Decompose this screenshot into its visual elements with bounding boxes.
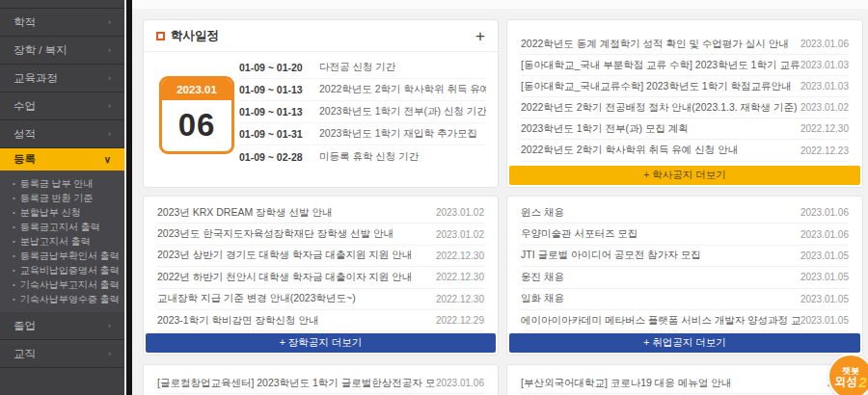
event-period: 01-09 ~ 01-31 [239,128,319,140]
academic-calendar-panel: 학사일정 + 2023.01 06 01-09 ~ 01-20 다전공 신청 기… [143,19,499,188]
submenu-item-label: 등록금고지서 출력 [20,221,100,234]
notice-date: 2023.01.06 [436,378,484,388]
sidebar-submenu-item[interactable]: • 등록금 납부 안내 [0,176,124,191]
notice-row[interactable]: 우양미술관 서포터즈 모집 2023.01.06 [521,224,849,245]
submenu-item-label: 등록금납부확인서 출력 [20,250,120,263]
notice-row[interactable]: 일화 채용 2023.01.05 [521,289,849,310]
notice-row[interactable]: 2023년도 한국지도자육성장학재단 장학생 선발 안내 2023.01.02 [157,224,484,245]
calendar-event-row[interactable]: 01-09 ~ 01-13 2023학년도 1학기 전부(과) 신청 기간 [239,101,486,123]
sidebar-item[interactable]: 성적 › [0,120,124,148]
notice-row[interactable]: 2022학년도 2학기 학사학위 취득 유예 신청 안내 2022.12.23 [521,140,849,161]
bullet-icon: • [13,252,15,260]
sidebar-item[interactable]: 수업 › [0,92,124,120]
event-period: 01-09 ~ 01-13 [239,106,319,118]
notice-row[interactable]: 2022학년도 동계 계절학기 성적 확인 및 수업평가 실시 안내 2023.… [521,34,849,55]
notice-row[interactable]: 윈스 채용 2023.01.06 [521,202,849,224]
notice-title: 2023년도 한국지도자육성장학재단 장학생 선발 안내 [157,227,403,241]
notice-row[interactable]: 2022학년도 2학기 전공배정 절차 안내(2023.1.3. 재학생 기준)… [521,97,849,118]
bullet-icon: • [13,209,15,217]
notice-date: 2023.01.03 [800,60,849,70]
sidebar-submenu-item[interactable]: • 분할납부 신청 [0,205,124,220]
notice-row[interactable]: 교내장학 지급 기준 변경 안내(2023학년도~) 2022.12.30 [157,289,484,310]
bullet-icon: • [13,281,15,289]
more-job-notices-button[interactable]: + 취업공지 더보기 [509,333,860,353]
sidebar-item[interactable]: 졸업 › [0,312,124,340]
notice-row[interactable]: [동아대학교_국내 부분학점 교류 수학] 2023학년도 1학기 교류 안내 … [521,55,849,76]
university-notices-panel: [부산외국어대학교] 코로나19 대응 메뉴얼 안내 2022 [506,364,863,395]
notice-date: 2023.01.02 [436,229,484,240]
event-period: 01-09 ~ 01-13 [239,84,319,95]
bullet-icon: • [13,195,15,202]
bullet-icon: • [13,296,15,303]
sidebar-submenu-item[interactable]: • 등록금 반환 기준 [0,191,124,205]
notice-date: 2023.01.05 [800,315,849,326]
chatbot-button[interactable]: 챗봇 외성 2 [827,354,868,395]
notice-list: [부산외국어대학교] 코로나19 대응 메뉴얼 안내 2022 [507,365,862,394]
chatbot-name: 외성 [834,376,857,388]
calendar-event-row[interactable]: 01-09 ~ 01-20 다전공 신청 기간 [239,57,486,79]
sidebar-item[interactable]: 교직 › [0,340,124,368]
chevron-icon: › [108,45,111,55]
notice-row[interactable]: 2023년 KRX DREAM 장학생 선발 안내 2023.01.02 [157,202,484,224]
job-notices-panel: 윈스 채용 2023.01.06 우양미술관 서포터즈 모집 2023.01.0… [506,196,863,356]
more-scholarship-notices-button[interactable]: + 장학공지 더보기 [146,333,496,353]
panel-title: 학사일정 [156,28,219,44]
notice-date: 2023.01.05 [800,272,849,282]
calendar-event-row[interactable]: 01-09 ~ 01-31 2023학년도 1학기 재입학 추가모집 [239,123,486,145]
notice-title: [부산외국어대학교] 코로나19 대응 메뉴얼 안내 [521,377,741,390]
chevron-icon: › [108,101,111,111]
panel-header: 학사일정 + [144,20,498,52]
sidebar-submenu-item[interactable]: • 기숙사납부고지서 출력 [0,277,124,292]
sidebar-item[interactable]: 등록 ∨ [0,148,124,171]
sidebar-menu-top: 학적 › 장학 / 복지 › 교육과정 › 수업 › 성적 › 등록 ∨ [0,9,124,171]
notice-row[interactable]: 2023-1학기 학비감면 장학신청 안내 2022.12.29 [157,310,484,331]
notice-row[interactable]: [글로컬창업교육센터] 2023학년도 1학기 글로벌한상전공자 모집 2023… [157,373,484,394]
sidebar-submenu-item[interactable]: • 교육비납입증명서 출력 [0,263,124,277]
notice-row[interactable]: 2022년 하반기 천안시 대학생 학자금 대출이자 지원 안내 2022.12… [157,267,484,288]
notice-title: 2023학년도 1학기 전부(과) 모집 계획 [521,122,698,136]
sidebar-item[interactable]: 교육과정 › [0,65,124,92]
notice-title: [동아대학교_국내 부분학점 교류 수학] 2023학년도 1학기 교류 안내 [521,59,800,72]
submenu-item-label: 기숙사납부영수증 출력 [20,293,120,306]
panel-title-text: 학사일정 [171,28,219,44]
content-top-strip [132,0,868,9]
notice-title: [글로컬창업교육센터] 2023학년도 1학기 글로벌한상전공자 모집 [157,377,436,390]
notice-row[interactable]: JTI 글로벌 아이디어 공모전 참가자 모집 2023.01.05 [521,246,849,267]
chevron-icon: › [108,349,111,358]
notice-row[interactable]: 2023학년도 1학기 전부(과) 모집 계획 2022.12.30 [521,118,849,140]
sidebar-submenu-item[interactable]: • 기숙사납부영수증 출력 [0,292,124,306]
chevron-icon: › [108,17,111,27]
calendar-expand-button[interactable]: + [475,28,485,44]
notice-date: 2023.01.03 [800,81,849,92]
more-academic-notices-button[interactable]: + 학사공지 더보기 [509,166,860,185]
notice-row[interactable]: 웅진 채용 2023.01.05 [521,267,849,288]
calendar-event-row[interactable]: 01-09 ~ 02-28 미등록 휴학 신청 기간 [239,145,486,168]
notice-date: 2023.01.05 [800,294,849,304]
notice-list: 윈스 채용 2023.01.06 우양미술관 서포터즈 모집 2023.01.0… [507,197,862,331]
sidebar-submenu-item[interactable]: • 등록금고지서 출력 [0,220,124,234]
sidebar-item[interactable]: 학적 › [0,9,124,37]
notice-row[interactable]: [부산외국어대학교] 코로나19 대응 메뉴얼 안내 2022 [521,373,849,394]
notice-row[interactable]: 에이아이아카데미 메타버스 플랫폼 서비스 개발자 양성과정 교육생 모집 20… [521,310,849,331]
notice-row[interactable]: 2023년 상반기 경기도 대학생 학자금 대출지원 지원 안내 2022.12… [157,246,484,267]
calendar-date-card: 2023.01 06 [159,76,234,154]
bullet-icon: • [13,180,15,188]
sidebar-submenu-item[interactable]: • 등록금납부확인서 출력 [0,249,124,263]
event-period: 01-09 ~ 02-28 [239,151,319,163]
notice-list: 2023년 KRX DREAM 장학생 선발 안내 2023.01.02 202… [144,197,498,331]
notice-title: 2022년 하반기 천안시 대학생 학자금 대출이자 지원 안내 [157,271,421,284]
notice-row[interactable]: [동아대학교_국내교류수학] 2023학년도 1학기 학점교류안내 2023.0… [521,76,849,97]
bullet-icon: • [13,267,15,275]
notice-date: 2023.01.02 [436,207,484,218]
notice-title: 윈스 채용 [521,206,574,220]
event-title: 2023학년도 1학기 전부(과) 신청 기간 [319,105,486,118]
chatbot-label-bottom: 외성 2 [834,376,866,388]
chevron-icon: › [108,321,111,330]
bullet-icon: • [13,238,15,246]
sidebar-submenu-item[interactable]: • 분납고지서 출력 [0,234,124,249]
submenu-item-label: 등록금 반환 기준 [20,192,94,205]
calendar-event-row[interactable]: 01-09 ~ 01-13 2022학년도 2학기 학사학위 취득 유예 신청 … [239,79,486,101]
scholarship-notices-panel: 2023년 KRX DREAM 장학생 선발 안내 2023.01.02 202… [143,196,499,356]
event-title: 다전공 신청 기간 [319,61,395,74]
sidebar-item[interactable]: 장학 / 복지 › [0,37,124,65]
